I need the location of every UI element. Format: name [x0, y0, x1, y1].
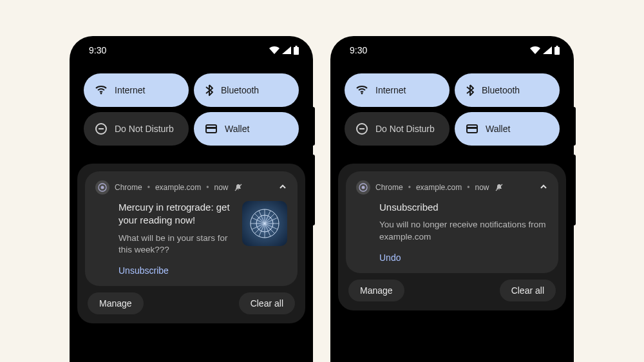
notification-card[interactable]: Chrome • example.com • now Unsubscribed …: [346, 171, 558, 273]
qs-internet[interactable]: Internet: [84, 73, 189, 107]
svg-rect-26: [467, 127, 477, 129]
qs-internet[interactable]: Internet: [345, 73, 450, 107]
clear-all-button[interactable]: Clear all: [239, 292, 295, 314]
notif-site: example.com: [416, 183, 462, 192]
status-time: 9:30: [89, 45, 106, 55]
notif-time: now: [214, 183, 228, 192]
qs-internet-label: Internet: [375, 85, 406, 95]
notification-header: Chrome • example.com • now: [356, 180, 548, 195]
svg-point-8: [101, 186, 104, 189]
qs-dnd[interactable]: Do Not Disturb: [84, 112, 189, 146]
status-icons: [530, 46, 560, 55]
notification-body: What will be in your stars for this week…: [118, 233, 234, 257]
notif-time: now: [475, 183, 489, 192]
dnd-icon: [95, 123, 107, 135]
phone-frame-left: 9:30 Internet Bluetooth Do Not Disturb W…: [70, 36, 313, 362]
wifi-icon: [269, 46, 279, 54]
phone-frame-right: 9:30 Internet Bluetooth Do Not Disturb W…: [330, 36, 574, 362]
dnd-icon: [356, 123, 368, 135]
manage-button[interactable]: Manage: [348, 280, 404, 301]
qs-dnd-label: Do Not Disturb: [375, 124, 435, 134]
signal-icon: [282, 46, 291, 54]
qs-bluetooth[interactable]: Bluetooth: [455, 73, 560, 107]
undo-button[interactable]: Undo: [356, 243, 548, 264]
qs-bluetooth[interactable]: Bluetooth: [194, 73, 299, 107]
qs-dnd-label: Do Not Disturb: [115, 124, 174, 134]
battery-icon: [554, 46, 560, 55]
chrome-icon: [95, 180, 109, 195]
svg-rect-21: [556, 46, 558, 47]
quick-settings: Internet Bluetooth Do Not Disturb Wallet: [70, 59, 313, 155]
wallet-icon: [205, 124, 217, 133]
wallet-icon: [466, 124, 478, 133]
bell-icon: [495, 184, 503, 191]
unsubscribe-button[interactable]: Unsubscribe: [95, 256, 287, 277]
svg-rect-1: [296, 46, 298, 47]
qs-dnd[interactable]: Do Not Disturb: [345, 112, 450, 146]
bluetooth-icon: [466, 84, 474, 96]
bell-icon: [234, 184, 242, 191]
qs-bluetooth-label: Bluetooth: [482, 85, 520, 95]
notification-body: You will no longer receive notifications…: [379, 219, 548, 243]
svg-point-2: [100, 93, 102, 95]
chrome-icon: [356, 180, 370, 195]
wifi-icon: [356, 86, 368, 95]
qs-wallet[interactable]: Wallet: [194, 112, 299, 146]
notification-title: Unsubscribed: [379, 201, 548, 214]
clear-all-button[interactable]: Clear all: [500, 280, 556, 301]
qs-internet-label: Internet: [115, 85, 145, 95]
status-icons: [269, 46, 299, 55]
qs-wallet-label: Wallet: [225, 124, 249, 134]
qs-bluetooth-label: Bluetooth: [221, 85, 259, 95]
wifi-icon: [95, 86, 107, 95]
manage-button[interactable]: Manage: [88, 292, 144, 314]
quick-settings: Internet Bluetooth Do Not Disturb Wallet: [330, 59, 574, 155]
status-bar: 9:30: [70, 36, 313, 59]
qs-wallet-label: Wallet: [486, 124, 510, 134]
notification-shade: Chrome • example.com • now Mercury in re…: [77, 164, 305, 323]
svg-point-22: [361, 93, 363, 95]
svg-rect-0: [294, 47, 299, 55]
notification-thumbnail: [242, 201, 287, 246]
svg-rect-20: [554, 47, 560, 55]
notification-card[interactable]: Chrome • example.com • now Mercury in re…: [85, 171, 298, 286]
wifi-icon: [530, 46, 540, 54]
notif-app: Chrome: [375, 183, 403, 192]
collapse-icon[interactable]: [278, 182, 287, 193]
battery-icon: [294, 46, 299, 55]
status-time: 9:30: [350, 45, 367, 55]
svg-point-28: [362, 186, 365, 189]
status-bar: 9:30: [330, 36, 574, 59]
signal-icon: [543, 46, 552, 54]
notification-header: Chrome • example.com • now: [95, 180, 287, 195]
collapse-icon[interactable]: [539, 182, 548, 193]
notification-shade: Chrome • example.com • now Unsubscribed …: [338, 164, 566, 310]
svg-rect-6: [206, 127, 216, 129]
qs-wallet[interactable]: Wallet: [455, 112, 560, 146]
bluetooth-icon: [205, 84, 213, 96]
notification-title: Mercury in retrograde: get your reading …: [118, 201, 234, 227]
notif-site: example.com: [155, 183, 201, 192]
notif-app: Chrome: [115, 183, 142, 192]
